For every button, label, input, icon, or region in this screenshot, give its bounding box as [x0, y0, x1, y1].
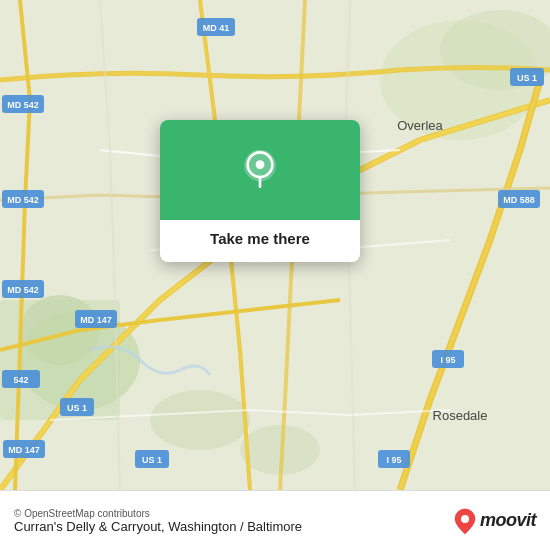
moovit-brand-text: moovit: [480, 510, 536, 531]
copyright-text: © OpenStreetMap contributors: [14, 508, 454, 519]
popup-label-area: Take me there: [160, 220, 360, 262]
popup-card: Take me there: [160, 120, 360, 262]
svg-text:MD 147: MD 147: [8, 445, 40, 455]
bottom-bar: © OpenStreetMap contributors Curran's De…: [0, 490, 550, 550]
svg-text:I 95: I 95: [440, 355, 455, 365]
location-pin-icon: [238, 148, 282, 192]
svg-text:542: 542: [13, 375, 28, 385]
bottom-content: © OpenStreetMap contributors Curran's De…: [14, 507, 536, 535]
svg-text:MD 588: MD 588: [503, 195, 535, 205]
svg-text:MD 542: MD 542: [7, 195, 39, 205]
svg-text:MD 542: MD 542: [7, 100, 39, 110]
moovit-pin-icon: [454, 507, 476, 535]
svg-text:Rosedale: Rosedale: [433, 408, 488, 423]
svg-point-4: [150, 390, 250, 450]
bottom-text-group: © OpenStreetMap contributors Curran's De…: [14, 508, 454, 534]
svg-text:MD 542: MD 542: [7, 285, 39, 295]
svg-text:MD 41: MD 41: [203, 23, 230, 33]
popup-header: [160, 120, 360, 220]
svg-text:MD 147: MD 147: [80, 315, 112, 325]
moovit-logo: moovit: [454, 507, 536, 535]
svg-text:I 95: I 95: [386, 455, 401, 465]
svg-point-41: [461, 515, 469, 523]
map-container: MD 41 MD 542 MD 542 MD 542 542 MD 1 MD 1…: [0, 0, 550, 490]
svg-point-40: [256, 160, 265, 169]
svg-text:US 1: US 1: [142, 455, 162, 465]
svg-text:US 1: US 1: [517, 73, 537, 83]
svg-text:Overlea: Overlea: [397, 118, 443, 133]
place-name: Curran's Delly & Carryout, Washington / …: [14, 519, 454, 534]
take-me-there-button[interactable]: Take me there: [210, 230, 310, 247]
svg-text:US 1: US 1: [67, 403, 87, 413]
